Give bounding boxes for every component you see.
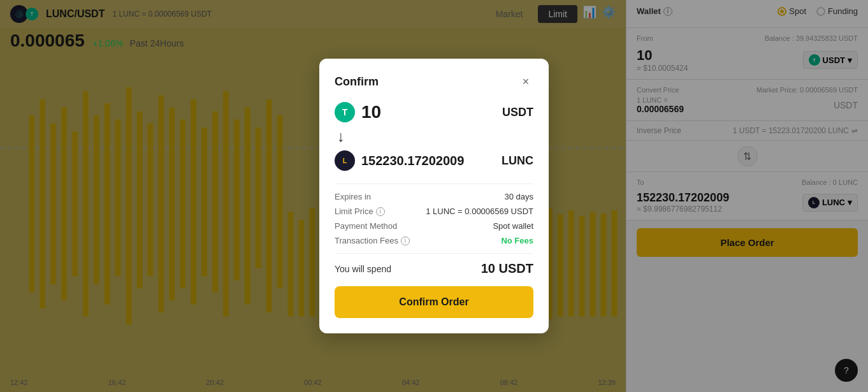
modal-expires-row: Expires in 30 days <box>335 192 533 201</box>
modal-spend-row: You will spend 10 USDT <box>335 261 533 276</box>
modal-close-button[interactable]: × <box>518 74 533 89</box>
modal-from-amount: 10 <box>361 102 381 122</box>
modal-usdt-icon: T <box>335 102 355 122</box>
confirm-order-button[interactable]: Confirm Order <box>335 286 533 318</box>
modal-overlay: Confirm × T 10 USDT ↓ L 152230.17202009 … <box>0 0 868 392</box>
modal-from-row: T 10 USDT <box>335 102 533 122</box>
transaction-fees-label: Transaction Fees i <box>335 236 410 245</box>
modal-from-left: T 10 <box>335 102 381 122</box>
modal-title: Confirm <box>335 75 379 89</box>
confirm-modal: Confirm × T 10 USDT ↓ L 152230.17202009 … <box>319 59 549 333</box>
modal-arrow-down: ↓ <box>337 127 533 145</box>
modal-divider-1 <box>335 184 533 184</box>
modal-header: Confirm × <box>335 74 533 89</box>
expires-value: 30 days <box>504 192 533 201</box>
you-will-spend-label: You will spend <box>335 264 391 274</box>
modal-to-amount: 152230.17202009 <box>361 154 464 168</box>
modal-divider-2 <box>335 253 533 254</box>
modal-to-left: L 152230.17202009 <box>335 150 464 171</box>
expires-label: Expires in <box>335 192 371 201</box>
payment-method-value: Spot wallet <box>493 221 533 231</box>
modal-limit-price-row: Limit Price i 1 LUNC = 0.00006569 USDT <box>335 207 533 216</box>
transaction-fees-info-icon[interactable]: i <box>401 236 410 245</box>
modal-to-row: L 152230.17202009 LUNC <box>335 150 533 171</box>
limit-price-value: 1 LUNC = 0.00006569 USDT <box>426 207 533 216</box>
limit-price-label: Limit Price i <box>335 207 385 216</box>
you-will-spend-value: 10 USDT <box>481 261 533 276</box>
modal-to-currency: LUNC <box>502 154 533 168</box>
modal-fees-row: Transaction Fees i No Fees <box>335 236 533 245</box>
modal-from-currency: USDT <box>502 106 533 119</box>
limit-price-info-icon[interactable]: i <box>376 207 385 216</box>
payment-method-label: Payment Method <box>335 221 397 231</box>
modal-lunc-icon: L <box>335 150 355 171</box>
transaction-fees-value: No Fees <box>501 236 533 245</box>
modal-payment-row: Payment Method Spot wallet <box>335 221 533 231</box>
